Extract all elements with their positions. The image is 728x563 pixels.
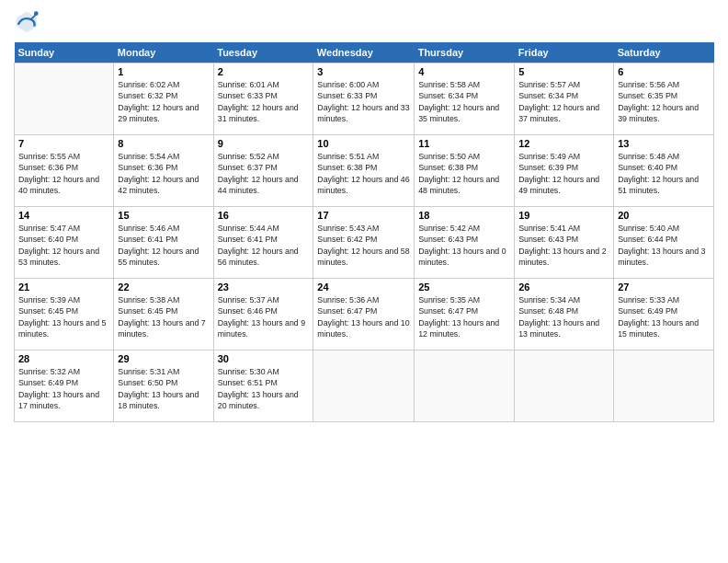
day-info: Sunrise: 5:58 AMSunset: 6:34 PMDaylight:… xyxy=(418,79,510,124)
calendar-cell: 21Sunrise: 5:39 AMSunset: 6:45 PMDayligh… xyxy=(15,279,114,350)
header-row: SundayMondayTuesdayWednesdayThursdayFrid… xyxy=(15,42,714,63)
day-header-monday: Monday xyxy=(114,42,213,63)
day-number: 18 xyxy=(418,210,510,221)
day-number: 20 xyxy=(618,210,710,221)
week-row-4: 28Sunrise: 5:32 AMSunset: 6:49 PMDayligh… xyxy=(15,350,714,422)
page-container: SundayMondayTuesdayWednesdayThursdayFrid… xyxy=(0,0,728,431)
calendar-cell xyxy=(313,350,415,422)
calendar-header: SundayMondayTuesdayWednesdayThursdayFrid… xyxy=(15,42,714,63)
calendar-cell: 13Sunrise: 5:48 AMSunset: 6:40 PMDayligh… xyxy=(614,135,714,207)
week-row-1: 7Sunrise: 5:55 AMSunset: 6:36 PMDaylight… xyxy=(15,135,714,207)
day-header-saturday: Saturday xyxy=(614,42,714,63)
day-number: 7 xyxy=(18,138,109,149)
calendar-cell: 22Sunrise: 5:38 AMSunset: 6:45 PMDayligh… xyxy=(114,279,213,350)
day-number: 13 xyxy=(618,138,710,149)
calendar-cell: 9Sunrise: 5:52 AMSunset: 6:37 PMDaylight… xyxy=(213,135,313,207)
calendar-cell: 4Sunrise: 5:58 AMSunset: 6:34 PMDaylight… xyxy=(415,63,515,135)
day-number: 19 xyxy=(518,210,609,221)
day-info: Sunrise: 6:01 AMSunset: 6:33 PMDaylight:… xyxy=(218,79,310,124)
calendar-cell: 5Sunrise: 5:57 AMSunset: 6:34 PMDaylight… xyxy=(515,63,614,135)
calendar-cell: 7Sunrise: 5:55 AMSunset: 6:36 PMDaylight… xyxy=(15,135,114,207)
calendar-cell: 24Sunrise: 5:36 AMSunset: 6:47 PMDayligh… xyxy=(313,279,415,350)
day-info: Sunrise: 5:51 AMSunset: 6:38 PMDaylight:… xyxy=(317,151,410,196)
day-number: 30 xyxy=(218,353,310,364)
calendar-cell xyxy=(614,350,714,422)
day-number: 27 xyxy=(618,282,710,293)
calendar-cell xyxy=(15,63,114,135)
day-info: Sunrise: 5:55 AMSunset: 6:36 PMDaylight:… xyxy=(18,151,109,196)
calendar-cell: 11Sunrise: 5:50 AMSunset: 6:38 PMDayligh… xyxy=(415,135,515,207)
day-header-wednesday: Wednesday xyxy=(313,42,415,63)
day-number: 28 xyxy=(18,353,109,364)
calendar-cell: 20Sunrise: 5:40 AMSunset: 6:44 PMDayligh… xyxy=(614,207,714,279)
day-number: 2 xyxy=(218,66,310,77)
day-number: 11 xyxy=(418,138,510,149)
day-header-thursday: Thursday xyxy=(415,42,515,63)
calendar-body: 1Sunrise: 6:02 AMSunset: 6:32 PMDaylight… xyxy=(15,63,714,422)
day-number: 14 xyxy=(18,210,109,221)
calendar-cell: 26Sunrise: 5:34 AMSunset: 6:48 PMDayligh… xyxy=(515,279,614,350)
calendar-cell xyxy=(415,350,515,422)
day-info: Sunrise: 5:44 AMSunset: 6:41 PMDaylight:… xyxy=(218,223,310,268)
calendar-cell: 2Sunrise: 6:01 AMSunset: 6:33 PMDaylight… xyxy=(213,63,313,135)
day-number: 25 xyxy=(418,282,510,293)
calendar-cell: 6Sunrise: 5:56 AMSunset: 6:35 PMDaylight… xyxy=(614,63,714,135)
day-number: 5 xyxy=(518,66,609,77)
day-number: 3 xyxy=(317,66,410,77)
day-info: Sunrise: 5:56 AMSunset: 6:35 PMDaylight:… xyxy=(618,79,710,124)
calendar-cell: 30Sunrise: 5:30 AMSunset: 6:51 PMDayligh… xyxy=(213,350,313,422)
logo-icon xyxy=(14,9,40,35)
day-number: 1 xyxy=(118,66,209,77)
week-row-2: 14Sunrise: 5:47 AMSunset: 6:40 PMDayligh… xyxy=(15,207,714,279)
day-info: Sunrise: 5:43 AMSunset: 6:42 PMDaylight:… xyxy=(317,223,410,268)
calendar-cell: 14Sunrise: 5:47 AMSunset: 6:40 PMDayligh… xyxy=(15,207,114,279)
day-info: Sunrise: 5:39 AMSunset: 6:45 PMDaylight:… xyxy=(18,294,109,339)
calendar-cell xyxy=(515,350,614,422)
day-info: Sunrise: 5:42 AMSunset: 6:43 PMDaylight:… xyxy=(418,223,510,268)
calendar-table: SundayMondayTuesdayWednesdayThursdayFrid… xyxy=(14,42,714,422)
calendar-cell: 8Sunrise: 5:54 AMSunset: 6:36 PMDaylight… xyxy=(114,135,213,207)
day-info: Sunrise: 5:49 AMSunset: 6:39 PMDaylight:… xyxy=(518,151,609,196)
day-info: Sunrise: 5:54 AMSunset: 6:36 PMDaylight:… xyxy=(118,151,209,196)
calendar-cell: 29Sunrise: 5:31 AMSunset: 6:50 PMDayligh… xyxy=(114,350,213,422)
day-number: 9 xyxy=(218,138,310,149)
day-number: 17 xyxy=(317,210,410,221)
day-header-sunday: Sunday xyxy=(15,42,114,63)
calendar-cell: 27Sunrise: 5:33 AMSunset: 6:49 PMDayligh… xyxy=(614,279,714,350)
day-header-friday: Friday xyxy=(515,42,614,63)
day-number: 12 xyxy=(518,138,609,149)
day-info: Sunrise: 5:32 AMSunset: 6:49 PMDaylight:… xyxy=(18,366,109,411)
calendar-cell: 25Sunrise: 5:35 AMSunset: 6:47 PMDayligh… xyxy=(415,279,515,350)
day-info: Sunrise: 5:57 AMSunset: 6:34 PMDaylight:… xyxy=(518,79,609,124)
day-info: Sunrise: 5:46 AMSunset: 6:41 PMDaylight:… xyxy=(118,223,209,268)
day-info: Sunrise: 5:33 AMSunset: 6:49 PMDaylight:… xyxy=(618,294,710,339)
day-header-tuesday: Tuesday xyxy=(213,42,313,63)
day-number: 29 xyxy=(118,353,209,364)
day-number: 24 xyxy=(317,282,410,293)
day-info: Sunrise: 5:52 AMSunset: 6:37 PMDaylight:… xyxy=(218,151,310,196)
calendar-cell: 16Sunrise: 5:44 AMSunset: 6:41 PMDayligh… xyxy=(213,207,313,279)
header xyxy=(14,9,714,35)
day-number: 15 xyxy=(118,210,209,221)
calendar-cell: 1Sunrise: 6:02 AMSunset: 6:32 PMDaylight… xyxy=(114,63,213,135)
day-number: 23 xyxy=(218,282,310,293)
day-info: Sunrise: 5:40 AMSunset: 6:44 PMDaylight:… xyxy=(618,223,710,268)
calendar-cell: 17Sunrise: 5:43 AMSunset: 6:42 PMDayligh… xyxy=(313,207,415,279)
day-info: Sunrise: 5:37 AMSunset: 6:46 PMDaylight:… xyxy=(218,294,310,339)
day-number: 6 xyxy=(618,66,710,77)
calendar-cell: 10Sunrise: 5:51 AMSunset: 6:38 PMDayligh… xyxy=(313,135,415,207)
calendar-cell: 28Sunrise: 5:32 AMSunset: 6:49 PMDayligh… xyxy=(15,350,114,422)
day-info: Sunrise: 5:47 AMSunset: 6:40 PMDaylight:… xyxy=(18,223,109,268)
calendar-cell: 12Sunrise: 5:49 AMSunset: 6:39 PMDayligh… xyxy=(515,135,614,207)
day-number: 22 xyxy=(118,282,209,293)
svg-point-1 xyxy=(34,11,39,16)
day-number: 4 xyxy=(418,66,510,77)
day-info: Sunrise: 6:02 AMSunset: 6:32 PMDaylight:… xyxy=(118,79,209,124)
calendar-cell: 23Sunrise: 5:37 AMSunset: 6:46 PMDayligh… xyxy=(213,279,313,350)
day-info: Sunrise: 5:30 AMSunset: 6:51 PMDaylight:… xyxy=(218,366,310,411)
day-info: Sunrise: 5:48 AMSunset: 6:40 PMDaylight:… xyxy=(618,151,710,196)
day-info: Sunrise: 5:34 AMSunset: 6:48 PMDaylight:… xyxy=(518,294,609,339)
day-info: Sunrise: 5:31 AMSunset: 6:50 PMDaylight:… xyxy=(118,366,209,411)
day-info: Sunrise: 5:50 AMSunset: 6:38 PMDaylight:… xyxy=(418,151,510,196)
day-info: Sunrise: 5:36 AMSunset: 6:47 PMDaylight:… xyxy=(317,294,410,339)
